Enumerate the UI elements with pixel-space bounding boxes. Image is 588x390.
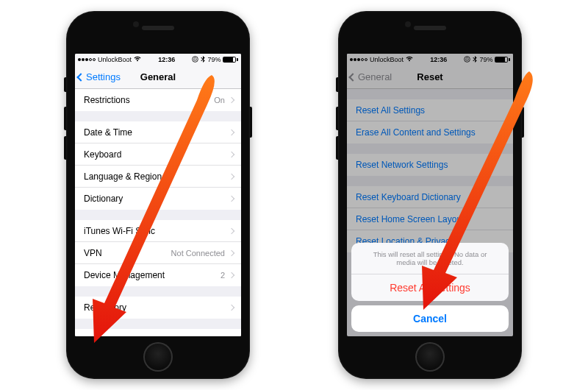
chevron-right-icon xyxy=(229,151,234,157)
battery-icon xyxy=(223,57,238,63)
action-sheet-overlay[interactable]: This will reset all settings. No data or… xyxy=(347,54,513,336)
back-label: Settings xyxy=(86,71,121,82)
row-device-management[interactable]: Device Management2 xyxy=(75,264,241,286)
row-dictionary[interactable]: Dictionary xyxy=(75,188,241,210)
action-sheet-message: This will reset all settings. No data or… xyxy=(351,243,509,274)
iphone-device-right: UnlockBoot 12:36 79% General Reset xyxy=(338,11,522,379)
row-itunes-wifi-sync[interactable]: iTunes Wi-Fi Sync xyxy=(75,220,241,242)
row-keyboard[interactable]: Keyboard xyxy=(75,143,241,166)
row-value: Not Connected xyxy=(171,249,225,258)
carrier-label: UnlockBoot xyxy=(98,56,132,63)
chevron-right-icon xyxy=(229,249,234,255)
row-vpn[interactable]: VPNNot Connected xyxy=(75,242,241,264)
orientation-lock-icon xyxy=(192,56,198,64)
home-button[interactable] xyxy=(143,342,173,372)
iphone-device-left: UnlockBoot 12:36 79% xyxy=(66,11,250,379)
chevron-right-icon xyxy=(229,97,234,103)
action-sheet: This will reset all settings. No data or… xyxy=(351,243,509,301)
signal-dots-icon xyxy=(78,58,96,61)
navbar: Settings General xyxy=(75,65,241,89)
wifi-icon xyxy=(134,56,141,63)
row-regulatory[interactable]: Regulatory xyxy=(75,297,241,319)
row-language-region[interactable]: Language & Region xyxy=(75,166,241,188)
page-title: General xyxy=(140,71,176,82)
status-time: 12:36 xyxy=(158,56,175,63)
row-restrictions[interactable]: Restrictions On xyxy=(75,89,241,111)
settings-list: Restrictions On Date & Time Keyboard Lan… xyxy=(75,89,241,336)
row-value: On xyxy=(214,96,225,104)
chevron-right-icon xyxy=(229,227,234,233)
row-date-time[interactable]: Date & Time xyxy=(75,121,241,143)
chevron-right-icon xyxy=(229,129,234,135)
chevron-right-icon xyxy=(229,272,234,278)
chevron-right-icon xyxy=(229,196,234,202)
home-button[interactable] xyxy=(415,342,445,372)
row-value: 2 xyxy=(220,271,225,280)
battery-pct: 79% xyxy=(207,56,220,63)
chevron-right-icon xyxy=(229,305,234,311)
chevron-left-icon xyxy=(76,73,85,81)
row-reset[interactable]: Reset xyxy=(75,329,241,336)
action-sheet-cancel-button[interactable]: Cancel xyxy=(351,305,509,332)
screen-reset: UnlockBoot 12:36 79% General Reset xyxy=(347,54,513,336)
chevron-right-icon xyxy=(229,173,234,179)
action-sheet-reset-button[interactable]: Reset All Settings xyxy=(351,274,509,301)
status-bar: UnlockBoot 12:36 79% xyxy=(75,54,241,65)
bluetooth-icon xyxy=(201,56,205,64)
back-button[interactable]: Settings xyxy=(78,71,121,82)
screen-general: UnlockBoot 12:36 79% xyxy=(75,54,241,336)
